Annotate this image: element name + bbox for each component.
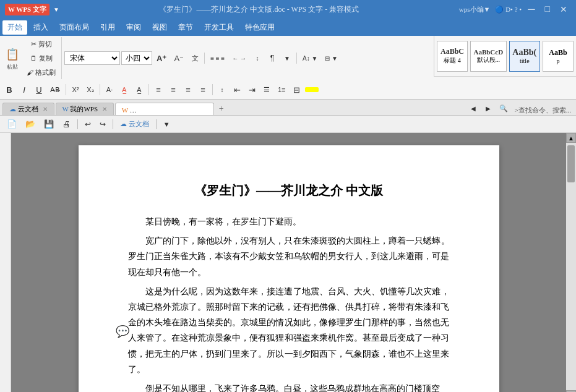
para-style-btn[interactable]: A↕ ▼ bbox=[299, 51, 320, 65]
qb-print[interactable]: 🖨 bbox=[59, 117, 74, 130]
menu-review[interactable]: 审阅 bbox=[121, 20, 146, 35]
font-group: 宋体 小四 A⁺ A⁻ 文 ≡ ≡ ≡ ← → ↕ ¶ ▼ A↕ ▼ ⊟ ▼ bbox=[64, 51, 343, 65]
tab-cloud[interactable]: ☁ 云文档 ✕ bbox=[2, 103, 54, 115]
wps-logo[interactable]: W WPS 文字 bbox=[5, 4, 49, 15]
wps-helper[interactable]: wps小编▼ bbox=[459, 5, 491, 14]
tab-document-label: 《罗生门》——芥川龙之介 中文版.doc bbox=[130, 104, 214, 114]
qb-new[interactable]: 📄 bbox=[4, 117, 20, 130]
cloud-icon: ☁ bbox=[9, 105, 16, 113]
more-para-button[interactable]: ▼ bbox=[280, 51, 294, 65]
menu-bar: 开始 插入 页面布局 引用 审阅 视图 章节 开发工具 特色应用 bbox=[0, 19, 576, 36]
title-bar-center: 《罗生门》——芥川龙之介 中文版.doc - WPS 文字 - 兼容模式 bbox=[59, 4, 459, 15]
vertical-scrollbar[interactable]: ▲ ▼ bbox=[566, 133, 576, 392]
document-area[interactable]: 💬 《罗生门》——芥川龙之介 中文版 某日傍晚，有一家将，在罗生门下避雨。 宽广… bbox=[11, 133, 566, 392]
sep6 bbox=[212, 84, 213, 95]
scroll-thumb[interactable] bbox=[567, 145, 575, 182]
minimize-button[interactable]: ─ bbox=[524, 4, 538, 15]
align-buttons[interactable]: ≡ ≡ ≡ bbox=[207, 51, 228, 65]
sep1 bbox=[204, 53, 205, 64]
tab-document[interactable]: W 《罗生门》——芥川龙之介 中文版.doc ✕ bbox=[115, 103, 214, 115]
style-heading4[interactable]: AaBbC 标题 4 bbox=[437, 41, 468, 72]
font-increase-button[interactable]: A⁺ bbox=[153, 51, 170, 65]
menu-developer[interactable]: 开发工具 bbox=[199, 20, 239, 35]
tab-mywps-close[interactable]: ✕ bbox=[102, 106, 107, 113]
line-spacing-button[interactable]: ↕ bbox=[251, 51, 264, 65]
border-bottom-button[interactable]: ⊟ bbox=[290, 83, 304, 96]
numbering-button[interactable]: 1≡ bbox=[275, 83, 289, 96]
sep2 bbox=[296, 53, 297, 64]
qb-cloud-save[interactable]: ☁ 云文档 bbox=[117, 117, 152, 130]
clipboard-group: 📋 粘贴 ✂ 剪切 🗒 复制 🖌 格式刷 bbox=[2, 37, 62, 79]
align-right-button[interactable]: ≡ bbox=[181, 83, 195, 96]
qb-dropdown[interactable]: ▼ bbox=[160, 119, 173, 130]
paste-label: 粘贴 bbox=[7, 63, 18, 71]
tab-nav-left[interactable]: ◀ bbox=[466, 101, 480, 115]
para-4: 倒是不知从哪里，飞来了许多乌鸦。白昼，这些乌鸦成群地在高高的门楼顶空 bbox=[128, 381, 450, 392]
copy-button[interactable]: 🗒 复制 bbox=[24, 51, 59, 65]
subscript-button[interactable]: X₂ bbox=[84, 83, 97, 96]
menu-special[interactable]: 特色应用 bbox=[240, 20, 280, 35]
tab-cloud-label: 云文档 bbox=[18, 105, 38, 113]
qb-undo[interactable]: ↩ bbox=[82, 118, 94, 130]
bold-button[interactable]: B bbox=[2, 83, 16, 96]
spacing-button[interactable]: ↕ bbox=[215, 83, 229, 96]
cut-button[interactable]: ✂ 剪切 bbox=[24, 37, 59, 51]
list-button[interactable]: ☰ bbox=[260, 83, 273, 96]
scroll-track[interactable] bbox=[566, 143, 576, 390]
style-default-label: 默认段... bbox=[477, 56, 501, 64]
menu-reference[interactable]: 引用 bbox=[95, 20, 120, 35]
italic-button[interactable]: I bbox=[17, 83, 31, 96]
qb-redo[interactable]: ↪ bbox=[97, 118, 109, 130]
close-button[interactable]: ✕ bbox=[556, 4, 571, 15]
quick-bar: 📄 📂 💾 🖨 ↩ ↪ ☁ 云文档 ▼ bbox=[0, 116, 576, 133]
menu-start[interactable]: 开始 bbox=[2, 20, 27, 35]
font-color-button[interactable]: A̲ bbox=[118, 83, 131, 96]
paste-button[interactable]: 📋 bbox=[2, 46, 22, 63]
menu-page-layout[interactable]: 页面布局 bbox=[54, 20, 94, 35]
document-page[interactable]: 💬 《罗生门》——芥川龙之介 中文版 某日傍晚，有一家将，在罗生门下避雨。 宽广… bbox=[79, 145, 499, 392]
tab-cloud-close[interactable]: ✕ bbox=[43, 106, 48, 113]
style-p[interactable]: AaBb p bbox=[543, 41, 574, 72]
align-left-button[interactable]: ≡ bbox=[152, 83, 165, 96]
style-title-sample: AaBb( bbox=[512, 48, 536, 58]
font-size-select[interactable]: 小四 bbox=[121, 51, 152, 65]
font-format-button[interactable]: 文 bbox=[188, 51, 202, 65]
qb-open[interactable]: 📂 bbox=[22, 117, 38, 130]
font-shade-button[interactable]: A· bbox=[103, 83, 116, 96]
title-dropdown-icon[interactable]: ▼ bbox=[53, 6, 59, 13]
font-name-select[interactable]: 宋体 bbox=[64, 51, 120, 65]
style-title[interactable]: AaBb( title bbox=[509, 41, 540, 72]
qb-save[interactable]: 💾 bbox=[41, 117, 57, 130]
indent-right-button[interactable]: ⇥ bbox=[245, 83, 259, 96]
align-center-button[interactable]: ≡ bbox=[166, 83, 180, 96]
new-tab-button[interactable]: + bbox=[215, 103, 228, 115]
para-button[interactable]: ¶ bbox=[265, 51, 279, 65]
justify-button[interactable]: ≡ bbox=[196, 83, 210, 96]
shading-button[interactable] bbox=[305, 87, 319, 92]
font-decrease-button[interactable]: A⁻ bbox=[171, 51, 187, 65]
qb-sep2 bbox=[113, 119, 113, 129]
content-area: 💬 《罗生门》——芥川龙之介 中文版 某日傍晚，有一家将，在罗生门下避雨。 宽广… bbox=[0, 133, 576, 392]
tab-nav-right[interactable]: ▶ bbox=[481, 101, 495, 115]
maximize-button[interactable]: □ bbox=[541, 4, 554, 14]
menu-insert[interactable]: 插入 bbox=[28, 20, 53, 35]
indent-buttons[interactable]: ← → bbox=[229, 51, 249, 65]
style-default-sample: AaBbCcD bbox=[473, 48, 503, 56]
search-hint[interactable]: >查找命令、搜索... bbox=[512, 106, 574, 115]
scroll-up-button[interactable]: ▲ bbox=[566, 133, 576, 143]
underline-button[interactable]: U bbox=[32, 83, 46, 96]
border-btn[interactable]: ⊟ ▼ bbox=[322, 51, 341, 65]
sep5 bbox=[148, 84, 149, 95]
superscript-button[interactable]: X² bbox=[69, 83, 82, 96]
menu-view[interactable]: 视图 bbox=[147, 20, 172, 35]
format-painter-button[interactable]: 🖌 格式刷 bbox=[24, 66, 59, 79]
highlight-button[interactable]: A̲ bbox=[132, 83, 146, 96]
indent-left-button[interactable]: ⇤ bbox=[230, 83, 244, 96]
tab-search[interactable]: 🔍 bbox=[496, 101, 511, 115]
menu-chapter[interactable]: 章节 bbox=[173, 20, 198, 35]
style-heading4-label: 标题 4 bbox=[444, 56, 461, 65]
strikethrough-button[interactable]: A̶B̶ bbox=[47, 83, 63, 96]
style-p-sample: AaBb bbox=[549, 48, 567, 58]
tab-mywps[interactable]: W 我的WPS ✕ bbox=[56, 103, 114, 115]
style-default[interactable]: AaBbCcD 默认段... bbox=[470, 41, 507, 72]
